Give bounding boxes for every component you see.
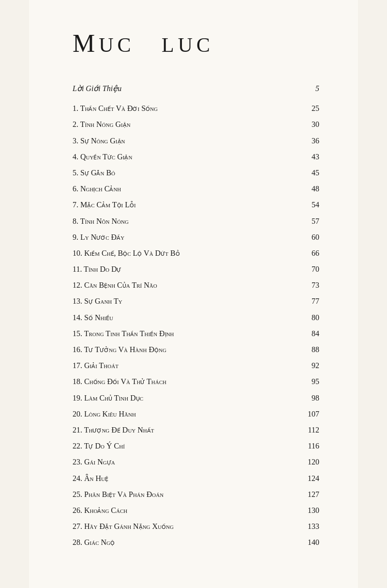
toc-item: 28. Giác Ngộ140 bbox=[73, 536, 319, 549]
toc-main-list: 1. Thần Chết Và Đời Sống252. Tính Nóng G… bbox=[73, 102, 319, 549]
toc-item-page: 98 bbox=[300, 391, 319, 404]
toc-item-page: 57 bbox=[300, 215, 319, 228]
toc-item: 24. Ân Huệ124 bbox=[73, 472, 319, 485]
toc-item-page: 95 bbox=[300, 375, 319, 388]
toc-item: 20. Lòng Kiêu Hãnh107 bbox=[73, 407, 319, 420]
toc-item-title: 26. Khoảng Cách bbox=[73, 504, 300, 517]
toc-item-page: 92 bbox=[300, 359, 319, 372]
toc-item-title: 6. Nghịch Cảnh bbox=[73, 182, 300, 195]
toc-item-title: 17. Giải Thoát bbox=[73, 359, 300, 372]
toc-item: 5. Sự Gắn Bó45 bbox=[73, 166, 319, 179]
toc-item-page: 84 bbox=[300, 327, 319, 340]
toc-item: 26. Khoảng Cách130 bbox=[73, 504, 319, 517]
toc-item-title: 25. Phân Biệt Và Phán Đoán bbox=[73, 488, 300, 501]
toc-item-title: 27. Hãy Đặt Gánh Nặng Xuống bbox=[73, 520, 300, 533]
toc-item-title: 10. Kiềm Chế, Bộc Lộ Và Dứt Bỏ bbox=[73, 247, 300, 260]
toc-item-page: 127 bbox=[300, 488, 319, 501]
toc-item: 10. Kiềm Chế, Bộc Lộ Và Dứt Bỏ66 bbox=[73, 247, 319, 260]
toc-item: 19. Làm Chủ Tình Dục98 bbox=[73, 391, 319, 404]
toc-item-page: 133 bbox=[300, 520, 319, 533]
toc-item-title: 2. Tính Nóng Giận bbox=[73, 118, 300, 131]
toc-item: 9. Ly Nước Đầy60 bbox=[73, 231, 319, 244]
toc-item-title: 20. Lòng Kiêu Hãnh bbox=[73, 407, 300, 420]
toc-intro-page: 5 bbox=[300, 82, 319, 95]
toc-item: 21. Thượng Đế Duy Nhất112 bbox=[73, 423, 319, 436]
toc-item-title: 15. Trong Tinh Thần Thiền Định bbox=[73, 327, 300, 340]
toc-item-page: 130 bbox=[300, 504, 319, 517]
toc-item-page: 60 bbox=[300, 231, 319, 244]
toc-item-title: 7. Mặc Cảm Tội Lỗi bbox=[73, 198, 300, 211]
toc-item-page: 66 bbox=[300, 247, 319, 260]
toc-item-page: 54 bbox=[300, 198, 319, 211]
toc-item-title: 18. Chống Đối Và Thử Thách bbox=[73, 375, 300, 388]
toc-item-title: 28. Giác Ngộ bbox=[73, 536, 300, 549]
toc-item-title: 22. Tự Do Ý Chí bbox=[73, 439, 300, 452]
toc-item: 1. Thần Chết Và Đời Sống25 bbox=[73, 102, 319, 115]
toc-item-title: 13. Sự Ganh Ty bbox=[73, 294, 300, 308]
toc-item-page: 48 bbox=[300, 182, 319, 195]
toc-item-title: 12. Căn Bệnh Của Trí Não bbox=[73, 279, 300, 292]
toc-item: 14. Số Nhiều80 bbox=[73, 311, 319, 324]
toc-item: 17. Giải Thoát92 bbox=[73, 359, 319, 372]
toc-item-title: 23. Gái Ngựa bbox=[73, 455, 300, 468]
toc-item: 4. Quyền Tức Giận43 bbox=[73, 150, 319, 163]
toc-item: 13. Sự Ganh Ty77 bbox=[73, 294, 319, 308]
toc-item: 15. Trong Tinh Thần Thiền Định84 bbox=[73, 327, 319, 340]
toc-item-title: 4. Quyền Tức Giận bbox=[73, 150, 300, 163]
toc-item-title: 1. Thần Chết Và Đời Sống bbox=[73, 102, 300, 115]
toc-item-page: 70 bbox=[300, 263, 319, 276]
toc-item-page: 140 bbox=[300, 536, 319, 549]
toc-item-title: 24. Ân Huệ bbox=[73, 472, 300, 485]
toc-item-page: 120 bbox=[300, 455, 319, 468]
toc-item-title: 21. Thượng Đế Duy Nhất bbox=[73, 423, 300, 436]
toc-item-page: 112 bbox=[300, 423, 319, 436]
toc-item-title: 3. Sự Nóng Giận bbox=[73, 134, 300, 147]
table-of-contents: Lời Giới Thiệu 5 bbox=[73, 82, 319, 95]
page-title: MUC LUC bbox=[73, 29, 319, 58]
toc-item-page: 77 bbox=[300, 294, 319, 308]
toc-item: 7. Mặc Cảm Tội Lỗi54 bbox=[73, 198, 319, 211]
page: MUC LUC Lời Giới Thiệu 5 1. Thần Chết Và… bbox=[29, 0, 358, 588]
toc-item: 12. Căn Bệnh Của Trí Não73 bbox=[73, 279, 319, 292]
toc-item-page: 107 bbox=[300, 407, 319, 420]
toc-item-title: 11. Tính Do Dự bbox=[73, 263, 300, 276]
toc-item: 2. Tính Nóng Giận30 bbox=[73, 118, 319, 131]
toc-item-title: 16. Tư Tưởng Và Hành Động bbox=[73, 343, 300, 356]
toc-item-page: 80 bbox=[300, 311, 319, 324]
toc-item: 23. Gái Ngựa120 bbox=[73, 455, 319, 468]
toc-item: 3. Sự Nóng Giận36 bbox=[73, 134, 319, 147]
toc-item-title: 9. Ly Nước Đầy bbox=[73, 231, 300, 244]
toc-item: 25. Phân Biệt Và Phán Đoán127 bbox=[73, 488, 319, 501]
toc-item: 6. Nghịch Cảnh48 bbox=[73, 182, 319, 195]
toc-item-page: 45 bbox=[300, 166, 319, 179]
toc-item-title: 19. Làm Chủ Tình Dục bbox=[73, 391, 300, 404]
toc-intro-title: Lời Giới Thiệu bbox=[73, 82, 300, 95]
toc-item: 18. Chống Đối Và Thử Thách95 bbox=[73, 375, 319, 388]
toc-item-page: 116 bbox=[300, 439, 319, 452]
toc-item-page: 73 bbox=[300, 279, 319, 292]
toc-item-page: 25 bbox=[300, 102, 319, 115]
toc-item-title: 5. Sự Gắn Bó bbox=[73, 166, 300, 179]
toc-item-title: 8. Tính Nôn Nóng bbox=[73, 215, 300, 228]
toc-item-page: 124 bbox=[300, 472, 319, 485]
toc-item: 8. Tính Nôn Nóng57 bbox=[73, 215, 319, 228]
toc-item: 22. Tự Do Ý Chí116 bbox=[73, 439, 319, 452]
toc-item: 11. Tính Do Dự70 bbox=[73, 263, 319, 276]
toc-item-page: 88 bbox=[300, 343, 319, 356]
toc-item-title: 14. Số Nhiều bbox=[73, 311, 300, 324]
toc-item-page: 30 bbox=[300, 118, 319, 131]
toc-intro-item: Lời Giới Thiệu 5 bbox=[73, 82, 319, 95]
toc-item: 27. Hãy Đặt Gánh Nặng Xuống133 bbox=[73, 520, 319, 533]
toc-item-page: 36 bbox=[300, 134, 319, 147]
toc-item-page: 43 bbox=[300, 150, 319, 163]
toc-item: 16. Tư Tưởng Và Hành Động88 bbox=[73, 343, 319, 356]
